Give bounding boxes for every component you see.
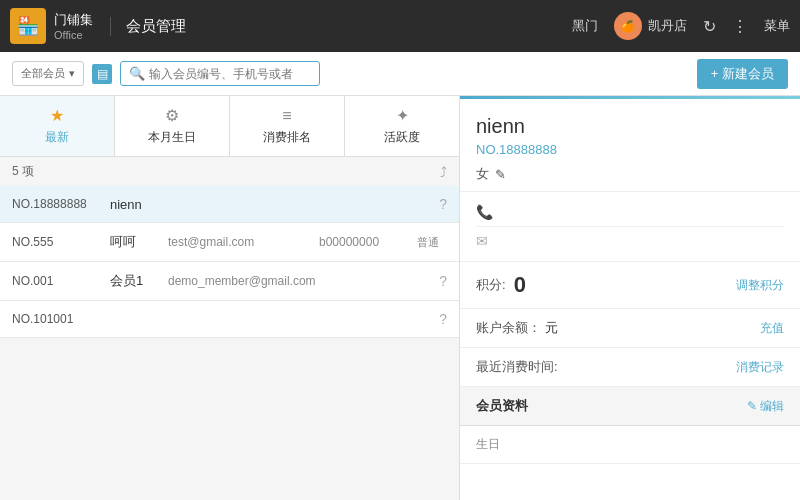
filter-label: 全部会员 [21, 66, 65, 81]
store-icon: 🍊 [614, 12, 642, 40]
menu-label[interactable]: 菜单 [764, 17, 790, 35]
profile-section: 会员资料 ✎ 编辑 生日 [460, 387, 800, 464]
member-no: NO.001 [12, 274, 102, 288]
last-purchase-row: 最近消费时间: 消费记录 [460, 348, 800, 387]
filter-activity-label: 活跃度 [384, 129, 420, 146]
member-row[interactable]: NO.18888888 nienn ? [0, 186, 459, 223]
detail-member-no: NO.18888888 [476, 142, 784, 157]
new-member-button[interactable]: + 新建会员 [697, 59, 788, 89]
page-title: 会员管理 [110, 17, 186, 36]
detail-name: nienn [476, 115, 784, 138]
search-input[interactable] [149, 67, 311, 81]
detail-gender: 女 [476, 165, 489, 183]
member-row[interactable]: NO.555 呵呵 test@gmail.com b00000000 普通 [0, 223, 459, 262]
filter-icon[interactable]: ▤ [92, 64, 112, 84]
store-left-label: 黑门 [572, 17, 598, 35]
store-right-label: 凯丹店 [648, 17, 687, 35]
search-icon: 🔍 [129, 66, 145, 81]
filter-spend-rank[interactable]: ≡ 消费排名 [230, 96, 344, 156]
email-row: ✉ [476, 227, 784, 255]
search-box: 🔍 [120, 61, 320, 86]
phone-row: 📞 [476, 198, 784, 227]
member-name: 会员1 [110, 272, 160, 290]
activity-icon: ✦ [396, 106, 409, 125]
stats-section: 积分: 0 调整积分 账户余额： 元 充值 最近消费时间: 消费记录 [460, 262, 800, 387]
filter-birthday-label: 本月生日 [148, 129, 196, 146]
filter-latest-label: 最新 [45, 129, 69, 146]
list-icon: ≡ [282, 107, 291, 125]
member-row[interactable]: NO.001 会员1 demo_member@gmail.com ? [0, 262, 459, 301]
birthday-field: 生日 [460, 426, 800, 464]
filter-birthday[interactable]: ⚙ 本月生日 [115, 96, 229, 156]
header-right: 黑门 🍊 凯丹店 ↻ ⋮ 菜单 [572, 12, 790, 40]
points-value: 0 [514, 272, 736, 298]
member-no: NO.18888888 [12, 197, 102, 211]
help-icon: ? [439, 273, 447, 289]
contact-info: 📞 ✉ [460, 192, 800, 262]
logo-text: 门铺集 Office [54, 11, 93, 41]
points-row: 积分: 0 调整积分 [460, 262, 800, 309]
profile-section-label: 会员资料 [476, 397, 528, 415]
filter-latest[interactable]: ★ 最新 [0, 96, 114, 156]
edit-gender-icon[interactable]: ✎ [495, 167, 506, 182]
member-row[interactable]: NO.101001 ? [0, 301, 459, 338]
member-filter-select[interactable]: 全部会员 ▾ [12, 61, 84, 86]
store-selector[interactable]: 🍊 凯丹店 [614, 12, 687, 40]
member-tag: 普通 [417, 235, 447, 250]
birthday-label: 生日 [476, 437, 500, 451]
phone-icon: 📞 [476, 204, 496, 220]
balance-value: 元 [545, 319, 760, 337]
help-icon: ? [439, 311, 447, 327]
logo-icon: 🏪 [10, 8, 46, 44]
filter-arrow-icon: ▾ [69, 67, 75, 80]
main-layout: ★ 最新 ⚙ 本月生日 ≡ 消费排名 ✦ 活跃度 5 项 ⤴ NO.1 [0, 96, 800, 500]
adjust-points-button[interactable]: 调整积分 [736, 277, 784, 294]
profile-header: 会员资料 ✎ 编辑 [460, 387, 800, 426]
recharge-button[interactable]: 充值 [760, 320, 784, 337]
filter-spend-label: 消费排名 [263, 129, 311, 146]
member-email: test@gmail.com [168, 235, 311, 249]
logo: 🏪 门铺集 Office [10, 8, 100, 44]
points-label: 积分: [476, 276, 506, 294]
logo-sub: Office [54, 29, 93, 41]
member-count: 5 项 [12, 163, 34, 180]
member-no: NO.555 [12, 235, 102, 249]
member-detail-header: nienn NO.18888888 女 ✎ [460, 99, 800, 192]
member-phone: b00000000 [319, 235, 409, 249]
member-name: nienn [110, 197, 160, 212]
logo-main: 门铺集 [54, 11, 93, 29]
star-icon: ★ [50, 106, 64, 125]
profile-edit-button[interactable]: ✎ 编辑 [747, 398, 784, 415]
share-icon[interactable]: ⤴ [440, 164, 447, 180]
email-icon: ✉ [476, 233, 496, 249]
header: 🏪 门铺集 Office 会员管理 黑门 🍊 凯丹店 ↻ ⋮ 菜单 [0, 0, 800, 52]
member-email: demo_member@gmail.com [168, 274, 431, 288]
purchase-history-button[interactable]: 消费记录 [736, 359, 784, 376]
balance-row: 账户余额： 元 充值 [460, 309, 800, 348]
detail-gender-row: 女 ✎ [476, 165, 784, 183]
filter-activity[interactable]: ✦ 活跃度 [345, 96, 459, 156]
member-no: NO.101001 [12, 312, 102, 326]
count-bar: 5 项 ⤴ [0, 157, 459, 186]
last-purchase-label: 最近消费时间: [476, 358, 558, 376]
help-icon: ? [439, 196, 447, 212]
toolbar: 全部会员 ▾ ▤ 🔍 + 新建会员 [0, 52, 800, 96]
birthday-icon: ⚙ [165, 106, 179, 125]
more-menu-icon[interactable]: ⋮ [732, 17, 748, 36]
left-panel: ★ 最新 ⚙ 本月生日 ≡ 消费排名 ✦ 活跃度 5 项 ⤴ NO.1 [0, 96, 460, 500]
right-panel-scroll: nienn NO.18888888 女 ✎ 📞 ✉ 积分: [460, 99, 800, 500]
quick-filters: ★ 最新 ⚙ 本月生日 ≡ 消费排名 ✦ 活跃度 [0, 96, 459, 157]
right-panel: nienn NO.18888888 女 ✎ 📞 ✉ 积分: [460, 96, 800, 500]
member-list: NO.18888888 nienn ? NO.555 呵呵 test@gmail… [0, 186, 459, 500]
balance-label: 账户余额： [476, 319, 541, 337]
refresh-icon[interactable]: ↻ [703, 17, 716, 36]
member-name: 呵呵 [110, 233, 160, 251]
